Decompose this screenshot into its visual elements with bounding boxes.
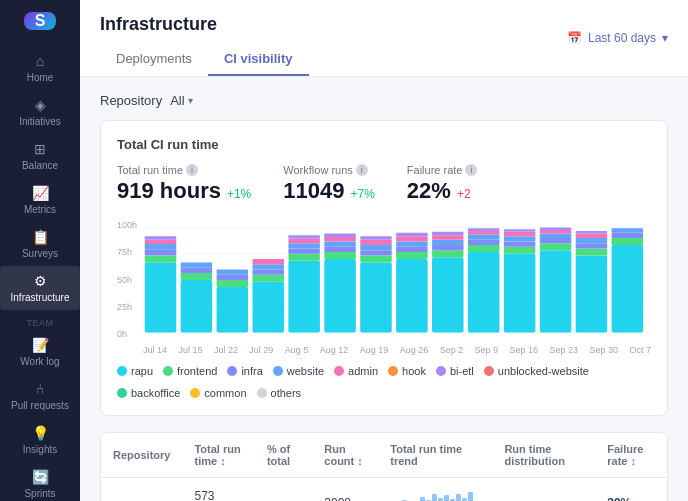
legend-bi-etl-dot	[436, 366, 446, 376]
svg-rect-68	[540, 238, 572, 243]
svg-rect-43	[396, 252, 428, 259]
sidebar: S ⌂Home ◈Initiatives ⊞Balance 📈Metrics 📋…	[0, 0, 80, 501]
svg-rect-45	[396, 241, 428, 246]
sidebar-nav: ⌂Home ◈Initiatives ⊞Balance 📈Metrics 📋Su…	[0, 46, 80, 501]
metrics-icon: 📈	[32, 185, 49, 201]
svg-rect-79	[612, 238, 644, 245]
legend-rapu: rapu	[117, 365, 153, 377]
page-title: Infrastructure	[100, 14, 309, 35]
repository-table: Repository Total run time ↕ % of total R…	[100, 432, 668, 501]
repository-filter-select[interactable]: All ▾	[170, 93, 192, 108]
calendar-icon: 📅	[567, 31, 582, 45]
th-total-run-time[interactable]: Total run time ↕	[182, 433, 254, 478]
cell-pct-0: 62%	[255, 478, 312, 502]
total-run-time-info-icon[interactable]: i	[186, 164, 198, 176]
svg-rect-30	[324, 259, 356, 333]
x-label-aug5: Aug 5	[285, 345, 309, 355]
sidebar-item-metrics[interactable]: 📈Metrics	[0, 178, 80, 222]
page-content: Repository All ▾ Total CI run time Total…	[80, 77, 688, 501]
date-range-picker[interactable]: 📅 Last 60 days ▾	[567, 31, 668, 59]
legend-website: website	[273, 365, 324, 377]
surveys-icon: 📋	[32, 229, 49, 245]
table: Repository Total run time ↕ % of total R…	[101, 433, 667, 501]
th-repository[interactable]: Repository	[101, 433, 182, 478]
svg-rect-21	[252, 269, 284, 274]
sidebar-item-surveys[interactable]: 📋Surveys	[0, 222, 80, 266]
y-axis: 100h 75h 50h 25h 0h	[117, 220, 143, 357]
y-label-0: 0h	[117, 329, 143, 339]
svg-rect-46	[396, 236, 428, 241]
svg-rect-26	[288, 248, 320, 253]
svg-rect-42	[396, 259, 428, 333]
cell-total-time-0: 573 hours -5%	[182, 478, 254, 502]
chart-svg	[143, 220, 651, 340]
tab-ci-visibility[interactable]: CI visibility	[208, 43, 309, 76]
x-label-sep9: Sep 9	[475, 345, 499, 355]
filter-chevron-icon: ▾	[188, 95, 193, 106]
svg-rect-62	[504, 241, 536, 246]
svg-rect-7	[145, 249, 177, 255]
svg-rect-6	[145, 255, 177, 262]
sidebar-item-balance[interactable]: ⊞Balance	[0, 134, 80, 178]
cell-repo-0[interactable]: rapu	[101, 478, 182, 502]
sidebar-item-pullrequests[interactable]: ⑃Pull requests	[0, 374, 80, 418]
table-header-row: Repository Total run time ↕ % of total R…	[101, 433, 667, 478]
failure-rate-info-icon[interactable]: i	[465, 164, 477, 176]
legend-admin-dot	[334, 366, 344, 376]
legend-website-dot	[273, 366, 283, 376]
legend-hook: hook	[388, 365, 426, 377]
svg-rect-22	[252, 264, 284, 269]
legend-hook-dot	[388, 366, 398, 376]
th-failure-rate[interactable]: Failure rate ↕	[595, 433, 667, 478]
svg-rect-75	[576, 238, 608, 243]
svg-rect-17	[217, 275, 249, 280]
legend-unblocked-dot	[484, 366, 494, 376]
th-pct-total[interactable]: % of total	[255, 433, 312, 478]
sidebar-item-initiatives[interactable]: ◈Initiatives	[0, 90, 80, 134]
sidebar-item-home[interactable]: ⌂Home	[0, 46, 80, 90]
x-label-sep16: Sep 16	[510, 345, 539, 355]
stat-workflow-runs-label: Workflow runs i	[283, 164, 375, 176]
balance-icon: ⊞	[34, 141, 46, 157]
sidebar-item-insights[interactable]: 💡Insights	[0, 418, 80, 462]
app-logo[interactable]: S	[24, 12, 56, 30]
sidebar-item-sprints[interactable]: 🔄Sprints	[0, 462, 80, 501]
stat-workflow-runs: Workflow runs i 11049 +7%	[283, 164, 375, 204]
stat-total-run-time-label: Total run time i	[117, 164, 251, 176]
svg-rect-74	[576, 243, 608, 248]
legend-infra-dot	[227, 366, 237, 376]
y-label-50: 50h	[117, 275, 143, 285]
sidebar-item-worklog[interactable]: 📝Work log	[0, 330, 80, 374]
x-label-aug19: Aug 19	[360, 345, 389, 355]
svg-rect-52	[432, 235, 464, 239]
svg-rect-67	[540, 243, 572, 250]
cell-trend-0: Jul 14Oct 7	[378, 478, 492, 502]
legend-unblocked: unblocked-website	[484, 365, 589, 377]
svg-rect-77	[576, 231, 608, 234]
workflow-runs-info-icon[interactable]: i	[356, 164, 368, 176]
sprints-icon: 🔄	[32, 469, 49, 485]
tab-deployments[interactable]: Deployments	[100, 43, 208, 76]
cell-run-count-0: 3908 +2%	[312, 478, 378, 502]
x-label-jul15: Jul 15	[178, 345, 202, 355]
svg-rect-60	[504, 254, 536, 333]
svg-rect-47	[396, 233, 428, 237]
stat-failure-rate-value: 22% +2	[407, 178, 478, 204]
th-dist: Run time distribution	[492, 433, 595, 478]
legend-infra: infra	[227, 365, 262, 377]
legend-bi-etl: bi-etl	[436, 365, 474, 377]
sidebar-item-infrastructure[interactable]: ⚙Infrastructure	[0, 266, 80, 310]
chevron-down-icon: ▾	[662, 31, 668, 45]
initiatives-icon: ◈	[35, 97, 46, 113]
legend-common: common	[190, 387, 246, 399]
y-label-25: 25h	[117, 302, 143, 312]
th-run-count[interactable]: Run count ↕	[312, 433, 378, 478]
svg-rect-63	[504, 236, 536, 241]
svg-rect-81	[612, 228, 644, 232]
page-header-left: Infrastructure Deployments CI visibility	[100, 14, 309, 76]
failure-rate-change: +2	[457, 187, 471, 201]
home-icon: ⌂	[36, 53, 44, 69]
svg-rect-31	[324, 252, 356, 259]
svg-rect-20	[252, 275, 284, 282]
stat-total-run-time: Total run time i 919 hours +1%	[117, 164, 251, 204]
